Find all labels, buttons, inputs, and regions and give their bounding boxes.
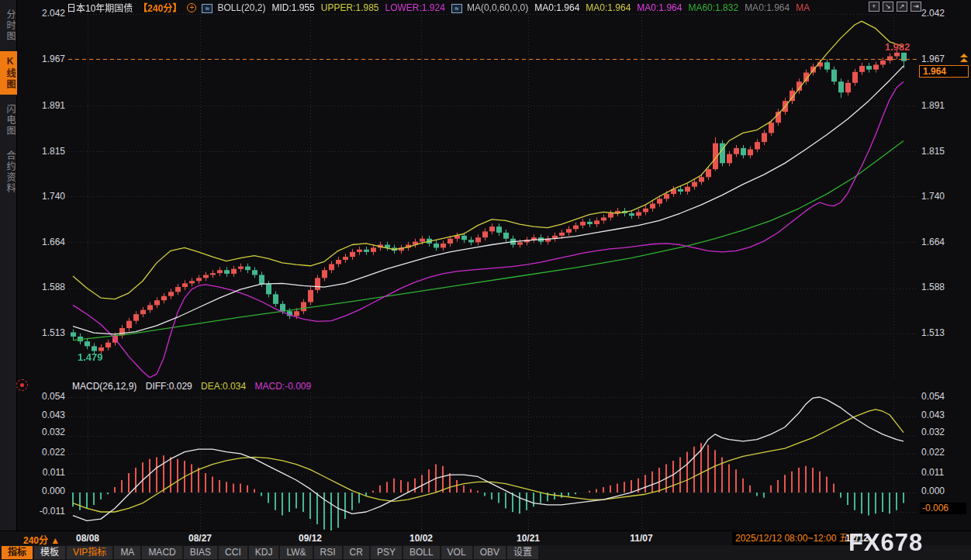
axis-tick-label: 1.588 xyxy=(921,282,945,292)
chart-application: 分时图K线图闪电图合约资料 日本10年期国债 【240分】 + ≈BOLL(20… xyxy=(0,0,971,560)
toolbar-button-BOLL[interactable]: BOLL xyxy=(403,546,440,559)
axis-tick-label: 0.022 xyxy=(921,447,945,458)
toolbar-button-KDJ[interactable]: KDJ xyxy=(249,546,279,559)
axis-tick-label: 0.000 xyxy=(921,486,945,496)
toolbar-button-CR[interactable]: CR xyxy=(344,546,369,559)
indicator-value: MA0:1.964 xyxy=(586,2,631,13)
sidebar-tab-闪电图[interactable]: 闪电图 xyxy=(0,99,17,141)
axis-tick-label: 1.967 xyxy=(921,54,945,64)
toolbar-button-指标[interactable]: 指标 xyxy=(2,546,33,559)
period-label[interactable]: 240分 ▲ xyxy=(23,533,60,546)
toolbar-button-设置[interactable]: 设置 xyxy=(507,546,538,559)
boll-indicator-icon[interactable]: ≈ xyxy=(202,4,213,13)
zoom-out-corner-icon[interactable]: ↗ xyxy=(897,2,907,12)
macd-indicator-header: MACD(26,12,9) DIFF:0.029 DEA:0.034 MACD:… xyxy=(72,381,317,392)
price-up-arrows-icon xyxy=(960,54,968,63)
indicator-value: BOLL(20,2) xyxy=(217,2,265,13)
indicator-settings-icon[interactable] xyxy=(16,379,28,391)
date-tick-label: 08/27 xyxy=(188,533,212,544)
axis-tick-label: 1.740 xyxy=(921,191,945,202)
instrument-name: 日本10年期国债 xyxy=(67,1,133,14)
toolbar-button-VIP指标[interactable]: VIP指标 xyxy=(67,546,112,559)
macd-chart-canvas[interactable] xyxy=(68,392,917,531)
current-macd-box: -0.006 xyxy=(920,503,966,514)
toolbar-button-LW&[interactable]: LW& xyxy=(280,546,312,559)
low-price-label: 1.479 xyxy=(78,351,103,363)
sidebar-tab-合约资料[interactable]: 合约资料 xyxy=(0,146,17,199)
indicator-value: MID:1.955 xyxy=(271,2,314,13)
indicator-toolbar: 指标模板VIP指标MAMACDBIASCCIKDJLW&RSICRPSYBOLL… xyxy=(0,545,971,560)
date-tick-label: 10/21 xyxy=(517,533,540,544)
add-indicator-icon[interactable]: + xyxy=(187,3,196,12)
toolbar-button-PSY[interactable]: PSY xyxy=(371,546,402,559)
current-price-box: 1.964 xyxy=(919,65,969,78)
indicator-value: MA60:1.832 xyxy=(688,2,738,13)
macd-diff-value: DIFF:0.029 xyxy=(146,381,192,392)
toolbar-button-OBV[interactable]: OBV xyxy=(474,546,506,559)
toolbar-button-MACD[interactable]: MACD xyxy=(142,546,181,559)
crosshair-move-icon[interactable]: + xyxy=(869,2,879,12)
sidebar-tab-分时图[interactable]: 分时图 xyxy=(0,5,17,47)
indicator-value: MA0:1.964 xyxy=(637,2,682,13)
indicator-value: MA xyxy=(796,2,810,13)
indicator-readouts: ≈BOLL(20,2)MID:1.955UPPER:1.985LOWER:1.9… xyxy=(202,2,816,13)
toolbar-button-VOL[interactable]: VOL xyxy=(441,546,472,559)
date-tick-label: 09/12 xyxy=(299,533,322,544)
indicator-value: UPPER:1.985 xyxy=(321,2,379,13)
left-sidebar: 分时图K线图闪电图合约资料 xyxy=(0,0,17,531)
site-watermark: FX678 xyxy=(848,529,923,557)
ma-indicator-icon[interactable]: ≈ xyxy=(451,4,462,13)
axis-tick-label: 1.664 xyxy=(921,237,945,247)
indicator-value: MA0:1.964 xyxy=(745,2,790,13)
time-axis: 240分 ▲ 08/0808/2709/1210/0210/2111/07 20… xyxy=(0,531,971,545)
toolbar-button-RSI[interactable]: RSI xyxy=(314,546,342,559)
axis-tick-label: 1.513 xyxy=(921,327,945,338)
axis-tick-label: 0.011 xyxy=(921,467,944,478)
macd-dea-value: DEA:0.034 xyxy=(201,381,246,392)
chart-window-controls: +↘↗⇥ xyxy=(869,2,921,12)
date-tick-label: 10/02 xyxy=(409,533,433,544)
axis-tick-label: 2.042 xyxy=(921,8,945,19)
indicator-value: LOWER:1.924 xyxy=(385,2,445,13)
pan-right-icon[interactable]: ⇥ xyxy=(911,2,921,12)
toolbar-button-模板[interactable]: 模板 xyxy=(34,546,65,559)
price-chart-canvas[interactable] xyxy=(68,8,917,378)
axis-tick-label: 1.815 xyxy=(921,146,945,157)
indicator-value: MA0:1.964 xyxy=(534,2,579,13)
date-tick-label: 08/08 xyxy=(76,533,99,544)
axis-tick-label: 0.043 xyxy=(921,410,945,420)
macd-macd-value: MACD:-0.009 xyxy=(254,381,311,392)
date-tick-label: 11/07 xyxy=(630,533,652,544)
toolbar-button-CCI[interactable]: CCI xyxy=(219,546,247,559)
zoom-in-corner-icon[interactable]: ↘ xyxy=(883,2,893,12)
indicator-value: MA(0,0,60,0,0) xyxy=(467,2,528,13)
axis-tick-label: 0.054 xyxy=(921,391,945,402)
sidebar-tab-K线图[interactable]: K线图 xyxy=(0,51,17,95)
axis-tick-label: 1.891 xyxy=(921,100,945,111)
axis-tick-label: 0.032 xyxy=(921,427,945,437)
high-price-label: 1.982 xyxy=(885,41,911,53)
period-selector[interactable]: 【240分】 xyxy=(138,1,181,14)
macd-name-label: MACD(26,12,9) xyxy=(72,381,136,392)
current-bar-datetime: 2025/12/12 08:00~12:00 五 xyxy=(732,532,852,545)
toolbar-button-MA[interactable]: MA xyxy=(114,546,140,559)
toolbar-button-BIAS[interactable]: BIAS xyxy=(184,546,217,559)
chart-header: 日本10年期国债 【240分】 + ≈BOLL(20,2)MID:1.955UP… xyxy=(67,2,816,13)
